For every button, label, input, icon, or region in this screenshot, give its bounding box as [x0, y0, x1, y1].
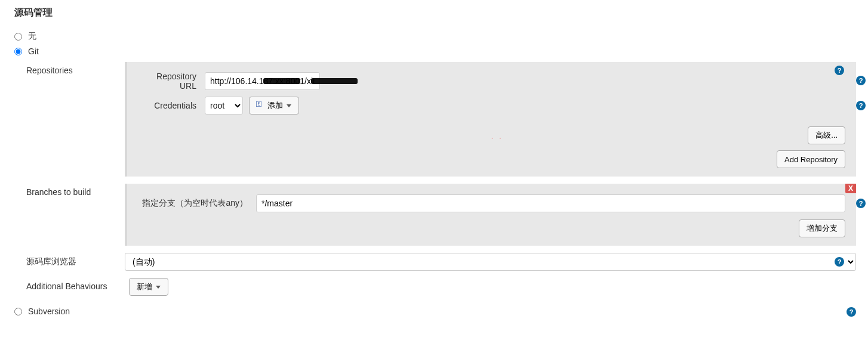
scm-radio-none[interactable]	[14, 33, 22, 41]
repositories-label: Repositories	[26, 62, 125, 75]
add-credentials-label: 添加	[267, 100, 283, 111]
repository-block: Repository URL ? Credentials	[125, 62, 856, 177]
branch-block: X 指定分支（为空时代表any） ? 增加分支	[125, 184, 856, 246]
scm-label-git: Git	[28, 47, 39, 56]
add-credentials-button[interactable]: 添加	[249, 97, 299, 115]
add-branch-button[interactable]: 增加分支	[799, 219, 845, 237]
help-icon-repo-url[interactable]: ?	[856, 76, 866, 85]
help-icon-credentials[interactable]: ?	[856, 101, 866, 110]
scm-label-subversion: Subversion	[28, 307, 70, 316]
branch-specifier-input[interactable]	[256, 194, 845, 212]
advanced-button[interactable]: 高级...	[808, 126, 845, 144]
section-title-scm: 源码管理	[14, 7, 856, 19]
branch-specifier-label: 指定分支（为空时代表any）	[138, 198, 256, 209]
help-icon-branch[interactable]: ?	[856, 199, 866, 208]
additional-behaviours-label: Additional Behaviours	[26, 278, 129, 291]
branches-label: Branches to build	[26, 184, 125, 197]
add-behaviour-button[interactable]: 新增	[129, 278, 168, 296]
repo-browser-select[interactable]: (自动)	[125, 253, 856, 271]
credentials-select[interactable]: root	[205, 97, 243, 115]
repo-browser-label: 源码库浏览器	[26, 253, 125, 267]
help-icon-repositories[interactable]: ?	[835, 66, 844, 75]
decorative-marks: " "	[492, 137, 504, 142]
delete-branch-button[interactable]: X	[845, 184, 856, 193]
add-behaviour-label: 新增	[137, 281, 152, 292]
scm-label-none: 无	[28, 31, 36, 42]
credentials-label: Credentials	[138, 101, 205, 110]
repo-url-input[interactable]	[205, 72, 320, 90]
help-icon-repo-browser[interactable]: ?	[835, 257, 844, 267]
chevron-down-icon	[287, 104, 291, 107]
scm-radio-git[interactable]	[14, 48, 22, 55]
scm-radio-subversion[interactable]	[14, 308, 22, 315]
repo-url-label: Repository URL	[138, 72, 205, 91]
chevron-down-icon	[156, 286, 161, 289]
key-icon	[257, 103, 265, 109]
add-repository-button[interactable]: Add Repository	[777, 150, 845, 168]
help-icon-subversion[interactable]: ?	[847, 307, 856, 317]
